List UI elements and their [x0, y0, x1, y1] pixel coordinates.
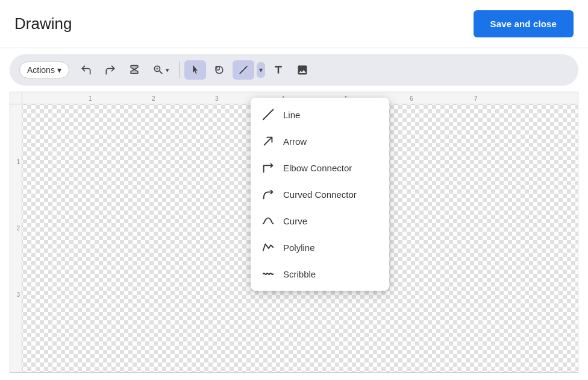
- curve-icon: [261, 214, 275, 227]
- zoom-chevron: ▾: [166, 66, 169, 74]
- drawing-title: Drawing: [14, 14, 72, 33]
- menu-item-arrow[interactable]: Arrow: [251, 128, 389, 154]
- image-button[interactable]: [292, 60, 313, 80]
- arrow-menu-icon: [261, 135, 275, 148]
- menu-item-elbow-connector[interactable]: Elbow Connector: [251, 154, 389, 181]
- scribble-icon: [261, 267, 275, 280]
- select-button[interactable]: [184, 60, 206, 80]
- svg-line-3: [263, 110, 274, 120]
- svg-line-2: [240, 66, 247, 74]
- actions-label: Actions: [27, 65, 55, 75]
- redo-icon: [104, 64, 116, 76]
- polyline-label: Polyline: [283, 242, 315, 253]
- polyline-icon: [261, 241, 275, 254]
- toolbar: Actions ▾: [10, 54, 578, 86]
- ruler-corner: [10, 92, 22, 104]
- zoom-icon: [152, 64, 164, 76]
- undo-button[interactable]: [75, 60, 97, 80]
- line-tool-button[interactable]: [233, 60, 254, 80]
- menu-item-polyline[interactable]: Polyline: [251, 234, 389, 261]
- header: Drawing Save and close: [0, 0, 588, 48]
- undo-icon: [80, 64, 92, 76]
- image-icon: [296, 64, 308, 76]
- paint-format-icon: [128, 64, 140, 76]
- curve-label: Curve: [283, 216, 307, 226]
- scribble-label: Scribble: [283, 269, 316, 279]
- menu-item-curved-connector[interactable]: Curved Connector: [251, 181, 389, 207]
- menu-item-curve[interactable]: Curve: [251, 207, 389, 234]
- toolbar-separator-1: [179, 62, 180, 78]
- line-menu-icon: [261, 108, 275, 121]
- shape-icon: [213, 64, 225, 76]
- menu-item-scribble[interactable]: Scribble: [251, 261, 389, 287]
- paint-format-button[interactable]: [124, 60, 145, 80]
- elbow-connector-icon: [261, 161, 275, 174]
- menu-item-line[interactable]: Line: [251, 101, 389, 128]
- text-button[interactable]: [267, 60, 289, 80]
- ruler-left: 1 2 3: [10, 104, 22, 372]
- curved-connector-label: Curved Connector: [283, 189, 357, 200]
- zoom-button[interactable]: ▾: [148, 60, 174, 80]
- actions-button[interactable]: Actions ▾: [19, 62, 69, 78]
- redo-button[interactable]: [99, 60, 121, 80]
- line-tool-icon: [237, 64, 249, 76]
- curved-connector-icon: [261, 188, 275, 201]
- arrow-menu-label: Arrow: [283, 136, 307, 147]
- cursor-icon: [189, 64, 201, 76]
- line-dropdown-chevron-icon: ▾: [259, 66, 263, 74]
- shape-button[interactable]: [208, 60, 230, 80]
- line-menu-label: Line: [283, 110, 300, 120]
- text-icon: [272, 64, 284, 76]
- line-dropdown-button[interactable]: ▾: [257, 62, 265, 78]
- line-dropdown-menu: Line Arrow Elbow Connector Curved Connec…: [251, 98, 389, 291]
- save-close-button[interactable]: Save and close: [474, 10, 574, 37]
- actions-chevron-icon: ▾: [57, 65, 61, 75]
- elbow-connector-label: Elbow Connector: [283, 163, 352, 173]
- svg-line-4: [264, 138, 272, 145]
